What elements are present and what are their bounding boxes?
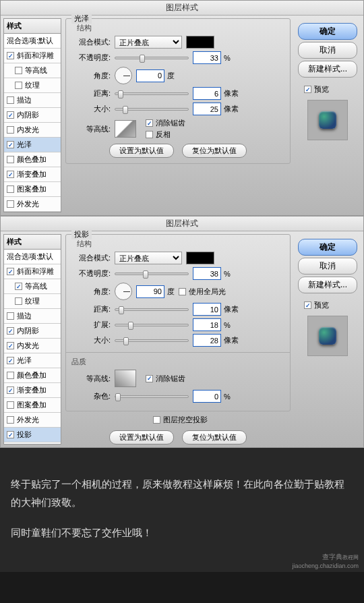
ok-button[interactable]: 确定 [298,239,357,256]
sidebar-item[interactable]: 内发光 [4,123,61,138]
angle-input[interactable] [136,69,164,82]
sidebar-item[interactable]: 图案叠加 [4,182,61,197]
checkbox-icon [7,200,14,208]
opacity-row: 不透明度: % [71,267,284,280]
size-slider[interactable] [115,339,189,342]
angle-dial[interactable] [115,283,132,300]
caption: 终于贴完了一个相机的过程，原来做教程这样麻烦！在此向各位勤于贴教程的大神们致敬。… [0,448,364,550]
px-unit: 像素 [224,304,239,314]
noise-slider[interactable] [115,395,189,398]
sidebar-item[interactable]: 纹理 [4,294,61,309]
cancel-button[interactable]: 取消 [298,258,357,275]
antialias-checkbox[interactable]: 消除锯齿 [146,118,185,128]
spread-slider[interactable] [115,324,189,326]
size-input[interactable] [193,103,221,115]
quality-label: 品质 [71,357,284,367]
opacity-slider[interactable] [115,57,189,59]
preview-checkbox[interactable]: 预览 [304,84,329,94]
reset-default-button[interactable]: 复位为默认值 [182,144,247,158]
size-input[interactable] [193,334,221,347]
contour-row: 等高线: 消除锯齿 反相 [71,118,284,140]
checkbox-icon [7,111,14,119]
size-slider[interactable] [115,108,189,111]
blend-mode-label: 混合模式: [71,37,111,47]
checkbox-icon [7,126,14,134]
sidebar-item[interactable]: 光泽 [4,353,61,368]
sidebar-item[interactable]: 外发光 [4,197,61,212]
blend-mode-select[interactable]: 正片叠底 [115,36,182,49]
reset-default-button[interactable]: 复位为默认值 [182,430,247,444]
sidebar-item[interactable]: 图案叠加 [4,398,61,413]
sidebar-item[interactable]: 等高线 [4,63,61,78]
checkbox-icon [153,416,160,424]
sidebar-item[interactable]: 斜面和浮雕 [4,49,61,63]
checkbox-icon [15,297,22,305]
checkbox-icon [7,342,14,349]
invert-checkbox[interactable]: 反相 [146,130,185,140]
color-swatch[interactable] [186,36,214,49]
sidebar-item[interactable]: 描边 [4,93,61,108]
contour-picker[interactable] [115,120,136,138]
distance-input[interactable] [193,87,221,100]
dialog-title: 图层样式 [1,1,363,16]
global-light-checkbox[interactable]: 使用全局光 [179,287,226,297]
knockout-checkbox[interactable]: 图层挖空投影 [153,415,208,425]
angle-input[interactable] [136,285,164,298]
distance-slider[interactable] [115,92,189,95]
sidebar-item[interactable]: 颜色叠加 [4,368,61,383]
caption-line: 终于贴完了一个相机的过程，原来做教程这样麻烦！在此向各位勤于贴教程的大神们致敬。 [11,475,353,511]
sidebar-item[interactable]: 内发光 [4,339,61,353]
spread-input[interactable] [193,318,221,331]
sidebar-item[interactable]: 光泽 [4,138,61,152]
color-swatch[interactable] [186,252,214,264]
sidebar-item[interactable]: 纹理 [4,78,61,93]
checkbox-icon [15,67,22,74]
checkbox-icon [7,96,14,104]
blend-mode-row: 混合模式: 正片叠底 [71,252,284,264]
sidebar-item-label: 图案叠加 [17,184,47,194]
opacity-slider[interactable] [115,272,189,275]
cancel-button[interactable]: 取消 [298,42,357,59]
sidebar-item-label: 纹理 [25,296,40,306]
set-default-button[interactable]: 设置为默认值 [109,144,174,158]
preview-checkbox[interactable]: 预览 [304,300,329,310]
sidebar-item[interactable]: 渐变叠加 [4,167,61,182]
sidebar-item[interactable]: 颜色叠加 [4,152,61,167]
opacity-label: 不透明度: [71,53,111,63]
checkbox-icon [7,171,14,178]
px-unit: 像素 [224,104,239,114]
sidebar-item[interactable]: 内阴影 [4,108,61,123]
sidebar-item[interactable]: 内阴影 [4,324,61,339]
sidebar-item[interactable]: 描边 [4,309,61,324]
antialias-checkbox[interactable]: 消除锯齿 [146,374,185,384]
style-sidebar: 样式 混合选项:默认 斜面和浮雕等高线纹理描边内阴影内发光光泽颜色叠加渐变叠加图… [3,234,61,444]
opacity-input[interactable] [193,51,221,64]
sidebar-item[interactable]: 投影 [4,428,61,442]
degree-unit: 度 [167,287,175,297]
noise-input[interactable] [193,390,221,403]
distance-row: 距离: 像素 [71,303,284,316]
angle-label: 角度: [71,71,111,81]
sidebar-item-label: 描边 [17,95,32,105]
angle-dial[interactable] [115,67,132,84]
checkbox-icon [7,268,14,275]
sidebar-item[interactable]: 渐变叠加 [4,383,61,398]
contour-picker[interactable] [115,370,136,387]
distance-input[interactable] [193,303,221,316]
new-style-button[interactable]: 新建样式... [298,61,357,78]
contour-label: 等高线: [71,124,111,134]
sidebar-item-label: 等高线 [25,281,47,291]
blend-options[interactable]: 混合选项:默认 [4,34,61,49]
distance-slider[interactable] [115,308,189,311]
new-style-button[interactable]: 新建样式... [298,277,357,293]
sidebar-item[interactable]: 等高线 [4,279,61,294]
px-unit: 像素 [224,335,239,345]
blend-options[interactable]: 混合选项:默认 [4,250,61,264]
set-default-button[interactable]: 设置为默认值 [109,430,174,444]
opacity-input[interactable] [193,267,221,280]
blend-mode-select[interactable]: 正片叠底 [115,252,182,264]
sidebar-item[interactable]: 斜面和浮雕 [4,264,61,279]
sidebar-item[interactable]: 外发光 [4,413,61,428]
ok-button[interactable]: 确定 [298,23,357,40]
distance-label: 距离: [71,304,111,314]
